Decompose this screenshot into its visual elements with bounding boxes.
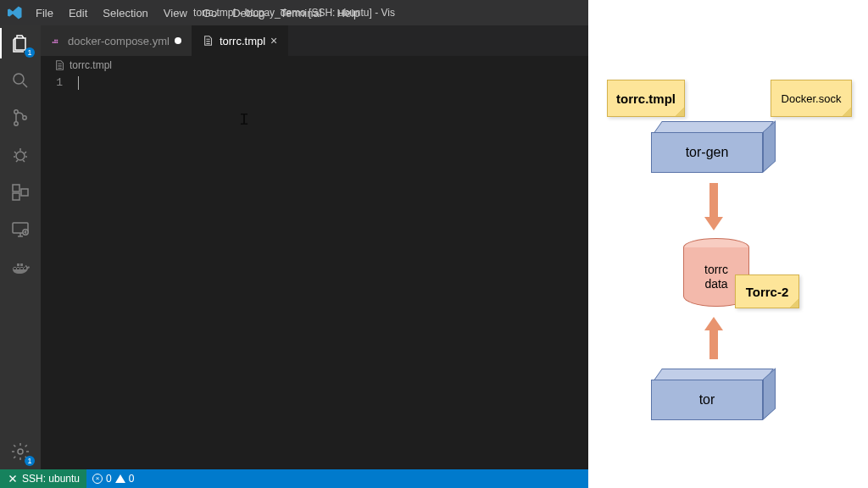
status-bar: SSH: ubuntu × 0 0	[0, 469, 588, 488]
svg-point-0	[14, 74, 24, 84]
error-icon: ×	[92, 474, 103, 484]
box-tor: tor	[651, 380, 763, 420]
arrow-down-icon	[709, 183, 718, 219]
docker-file-icon	[51, 35, 63, 47]
explorer-icon[interactable]: 1	[8, 30, 33, 56]
status-remote-label: SSH: ubuntu	[22, 473, 80, 485]
activity-bar: 1	[0, 25, 41, 469]
menu-selection[interactable]: Selection	[96, 3, 154, 23]
box-tor-gen: tor-gen	[651, 132, 763, 173]
status-errors-count: 0	[106, 473, 112, 485]
svg-rect-6	[13, 193, 19, 200]
tab-bar: docker-compose.yml torrc.tmpl ×	[41, 25, 588, 56]
svg-rect-7	[21, 189, 28, 196]
tab-label: torrc.tmpl	[220, 35, 265, 47]
debug-icon[interactable]	[8, 142, 33, 168]
window-title: torrc.tmpl - btcpay_demo [SSH: ubuntu] -…	[193, 7, 395, 19]
arrow-up-icon	[709, 329, 718, 359]
svg-rect-5	[13, 185, 19, 191]
note-docker-sock: Docker.sock	[771, 80, 852, 117]
settings-badge: 1	[25, 456, 35, 466]
code-area[interactable]: I	[78, 75, 588, 469]
file-icon	[54, 59, 66, 71]
remote-explorer-icon[interactable]	[8, 217, 33, 242]
explorer-badge: 1	[25, 47, 35, 58]
line-gutter: 1	[41, 75, 78, 469]
diagram-panel: torrc.tmpl Docker.sock tor-gen torrcdata…	[588, 0, 868, 488]
tab-label: docker-compose.yml	[68, 35, 170, 47]
warning-icon	[115, 474, 125, 483]
text-cursor-icon	[78, 76, 79, 90]
close-icon[interactable]: ×	[270, 34, 277, 47]
ibeam-cursor-icon: I	[239, 110, 249, 130]
search-icon[interactable]	[8, 68, 33, 93]
svg-point-10	[18, 449, 23, 454]
breadcrumb[interactable]: torrc.tmpl	[41, 56, 588, 75]
status-remote[interactable]: SSH: ubuntu	[0, 469, 86, 488]
note-torrc-2: Torrc-2	[735, 274, 799, 308]
menu-edit[interactable]: Edit	[62, 3, 94, 23]
vscode-logo-icon	[7, 4, 24, 21]
extensions-icon[interactable]	[8, 180, 33, 205]
status-problems[interactable]: × 0 0	[86, 469, 140, 488]
note-torrc-tmpl: torrc.tmpl	[607, 80, 685, 117]
editor-area[interactable]: 1 I	[41, 75, 588, 469]
settings-gear-icon[interactable]: 1	[8, 439, 33, 464]
file-icon	[203, 35, 214, 47]
dirty-indicator-icon	[175, 37, 181, 44]
svg-point-2	[14, 122, 18, 125]
tab-torrc-tmpl[interactable]: torrc.tmpl ×	[192, 25, 288, 56]
svg-point-1	[14, 110, 18, 114]
source-control-icon[interactable]	[8, 105, 33, 130]
tab-docker-compose[interactable]: docker-compose.yml	[41, 25, 192, 56]
docker-icon[interactable]	[8, 254, 33, 280]
status-warnings-count: 0	[129, 473, 135, 485]
breadcrumb-label: torrc.tmpl	[70, 59, 112, 71]
svg-point-3	[23, 116, 26, 119]
titlebar: File Edit Selection View Go Debug Termin…	[0, 0, 588, 25]
menu-view[interactable]: View	[157, 3, 194, 23]
remote-icon	[7, 473, 19, 485]
menu-file[interactable]: File	[29, 3, 60, 23]
svg-point-4	[16, 152, 25, 160]
